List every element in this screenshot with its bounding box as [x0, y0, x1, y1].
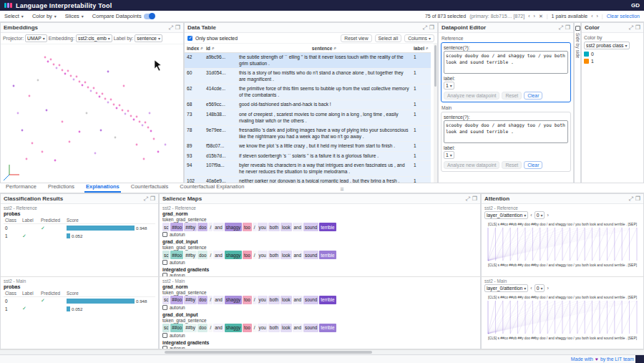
salience-token[interactable]: ##oo	[170, 296, 183, 304]
tab-predictions[interactable]: Predictions	[47, 182, 76, 193]
next-pair-icon[interactable]: ›	[597, 14, 598, 19]
salience-token[interactable]: sc	[162, 223, 170, 231]
salience-token[interactable]: you	[258, 251, 268, 259]
salience-token[interactable]: terrible	[319, 324, 336, 332]
only-show-selected-checkbox[interactable]	[187, 36, 192, 41]
expand-icon[interactable]: ⤢	[143, 195, 147, 203]
tab-counterfactual-explanation[interactable]: Counterfactual Explanation	[178, 182, 245, 193]
maximize-icon[interactable]: ❐	[565, 24, 570, 32]
salience-token[interactable]: /	[208, 324, 213, 332]
maximize-icon[interactable]: ❐	[635, 24, 640, 32]
datapoint[interactable]	[76, 76, 78, 78]
salience-token[interactable]: /	[208, 223, 213, 231]
salience-token[interactable]: look	[280, 223, 292, 231]
datapoint[interactable]	[157, 151, 160, 153]
datapoint[interactable]	[113, 104, 115, 106]
salience-token[interactable]: terrible	[319, 223, 336, 231]
datapoint[interactable]	[94, 153, 97, 155]
table-row[interactable]: 94107f9a...byler reveals his characters …	[185, 161, 431, 177]
col-header-id[interactable]: id⌕	[204, 44, 237, 53]
salience-token[interactable]: sc	[162, 251, 170, 259]
salience-token[interactable]: and	[213, 223, 224, 231]
autorun-checkbox[interactable]	[162, 260, 167, 265]
layer-select[interactable]: layer_0/attention ▾	[484, 211, 528, 219]
col-header-label[interactable]: label⌕	[411, 44, 431, 53]
datapoint[interactable]	[136, 144, 138, 146]
salience-token[interactable]: both	[268, 251, 280, 259]
maximize-icon[interactable]: ❐	[150, 195, 155, 203]
datapoint[interactable]	[147, 127, 150, 129]
next-head-icon[interactable]: ›	[547, 286, 548, 291]
salience-token[interactable]: look	[280, 251, 292, 259]
salience-token[interactable]: ##by	[184, 296, 197, 304]
datapoint[interactable]	[123, 85, 125, 87]
salience-token[interactable]: both	[268, 223, 280, 231]
datapoint[interactable]	[53, 64, 55, 66]
clear-button[interactable]: Clear	[524, 92, 542, 100]
select-all-button[interactable]: Select all	[375, 34, 402, 42]
sentence-textarea[interactable]: scooby dooby doo / and shaggy too / you …	[444, 51, 568, 74]
table-row[interactable]: 6031d054...this is a story of two misfit…	[185, 69, 431, 84]
expand-icon[interactable]: ⤢	[465, 195, 469, 203]
datapoint[interactable]	[64, 73, 67, 75]
analyze-datapoint-button[interactable]: Analyze new datapoint	[444, 92, 499, 100]
salience-token[interactable]: and	[293, 251, 303, 259]
datapoint[interactable]	[143, 158, 145, 160]
label-select[interactable]: 1 ▾	[444, 82, 454, 89]
tab-explanations[interactable]: Explanations	[84, 182, 121, 193]
reset-view-button[interactable]: Reset view	[341, 34, 371, 42]
table-row[interactable]: 42a9bc96...the subtle strength of `` ell…	[185, 53, 431, 69]
salience-token[interactable]: terrible	[319, 296, 336, 304]
datapoint[interactable]	[82, 84, 84, 87]
datapoint[interactable]	[56, 67, 58, 69]
datapoint[interactable]	[42, 151, 44, 153]
user-avatar[interactable]: GD	[631, 2, 640, 9]
datapoint[interactable]	[145, 122, 147, 124]
head-select[interactable]: 0 ▾	[535, 211, 545, 219]
datapoint[interactable]	[17, 112, 19, 115]
projector-select[interactable]: UMAP ▾	[25, 34, 47, 42]
clear-primary-icon[interactable]: ✕	[539, 14, 543, 19]
col-header-sentence[interactable]: sentence⌕	[237, 44, 411, 53]
datapoint[interactable]	[67, 70, 69, 72]
datapoint[interactable]	[114, 137, 117, 139]
col-header-index[interactable]: index⌕	[185, 44, 204, 53]
salience-token[interactable]: sound	[303, 296, 318, 304]
datapoint[interactable]	[90, 90, 92, 92]
datapoint[interactable]	[44, 57, 47, 59]
slices-dropdown[interactable]: Slices ▾	[65, 13, 84, 19]
salience-token[interactable]: sound	[303, 251, 318, 259]
maximize-icon[interactable]: ❐	[175, 24, 180, 32]
salience-token[interactable]: ##oo	[170, 223, 183, 231]
compare-datapoints-toggle[interactable]	[144, 14, 155, 19]
embeddings-scatter-plot[interactable]	[1, 44, 183, 183]
datapoint[interactable]	[107, 102, 109, 104]
salience-token[interactable]: sound	[303, 324, 318, 332]
analyze-datapoint-button[interactable]: Analyze new datapoint	[444, 161, 499, 169]
salience-token[interactable]: and	[293, 324, 303, 332]
salience-token[interactable]: and	[293, 296, 303, 304]
salience-token[interactable]: you	[258, 296, 268, 304]
salience-token[interactable]: /	[253, 296, 257, 304]
datapoint[interactable]	[87, 87, 89, 89]
salience-token[interactable]: /	[253, 251, 257, 259]
datapoint[interactable]	[31, 142, 34, 145]
clear-selection-button[interactable]: Clear selection	[607, 14, 640, 19]
salience-token[interactable]: ##by	[184, 223, 197, 231]
salience-token[interactable]: too	[243, 223, 252, 231]
search-icon[interactable]: ⌕	[426, 45, 429, 51]
salience-token[interactable]: shaggy	[225, 324, 242, 332]
maximize-icon[interactable]: ❐	[635, 195, 640, 203]
datapoint[interactable]	[149, 112, 151, 115]
autorun-checkbox[interactable]	[162, 305, 167, 310]
label-by-select[interactable]: sentence ▾	[135, 34, 162, 42]
maximize-icon[interactable]: ❐	[429, 24, 434, 32]
table-row[interactable]: 73148b38...one of creepiest , scariest m…	[185, 110, 431, 125]
salience-token[interactable]: ##oo	[170, 251, 183, 259]
salience-token[interactable]: and	[293, 223, 303, 231]
datapoint[interactable]	[46, 110, 48, 112]
tab-counterfactuals[interactable]: Counterfactuals	[130, 182, 170, 193]
horizontal-scrollbar[interactable]	[0, 349, 644, 354]
table-row[interactable]: 93d15b7d...if steven soderbergh 's `` so…	[185, 151, 431, 161]
color-by-dropdown[interactable]: Color by ▾	[32, 13, 57, 19]
